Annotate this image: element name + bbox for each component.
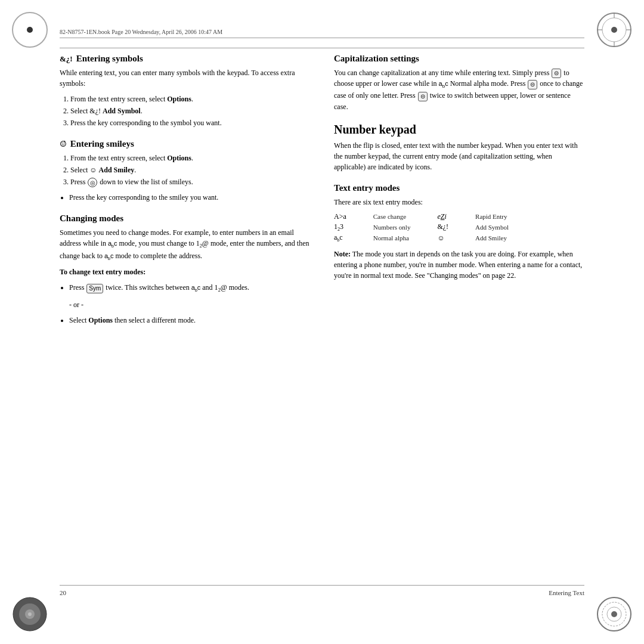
mode-symbol-5: &¿!: [437, 222, 470, 231]
section-number-keypad: Number keypad When the flip is closed, e…: [334, 123, 584, 172]
symbols-intro: While entering text, you can enter many …: [60, 67, 310, 89]
main-content: &¿! Entering symbols While entering text…: [60, 48, 584, 578]
svg-point-14: [611, 611, 617, 617]
cap-key-icon-2: ⊝: [528, 80, 537, 89]
capitalization-text: You can change capitalization at any tim…: [334, 67, 584, 112]
note-label: Note:: [334, 250, 351, 258]
cap-key-icon-3: ⊝: [418, 92, 428, 101]
corner-decoration-bl: [12, 596, 48, 632]
smileys-icon: ☺̇: [60, 140, 67, 149]
change-modes-bullet-1: Press Sym twice. This switches between a…: [69, 282, 310, 294]
smileys-step-1: From the text entry screen, select Optio…: [70, 153, 310, 163]
smileys-step-2: Select ☺ Add Smiley.: [70, 165, 310, 175]
change-modes-bullets-2: Select Options then select a different m…: [60, 315, 310, 326]
svg-point-2: [611, 27, 617, 33]
change-modes-bullets: Press Sym twice. This switches between a…: [60, 282, 310, 294]
header-text: 82-N8757-1EN.book Page 20 Wednesday, Apr…: [60, 29, 222, 35]
section-title-changing-modes: Changing modes: [60, 213, 310, 224]
sym-key-icon: Sym: [86, 284, 103, 293]
left-column: &¿! Entering symbols While entering text…: [60, 48, 310, 578]
mode-symbol-3: abc: [334, 233, 369, 243]
page-footer: 20 Entering Text: [60, 585, 584, 596]
section-title-capitalization: Capitalization settings: [334, 54, 584, 64]
mode-label-5: Add Symbol: [475, 224, 531, 231]
note-text: Note: The mode you start in depends on t…: [334, 249, 584, 281]
section-entering-smileys: ☺̇ Entering smileys From the text entry …: [60, 139, 310, 203]
footer-page-number: 20: [60, 589, 66, 596]
smileys-step-3: Press ◎ down to view the list of smileys…: [70, 177, 310, 187]
text-entry-modes-intro: There are six text entry modes:: [334, 197, 584, 208]
top-divider: [60, 48, 584, 48]
section-title-smileys: ☺̇ Entering smileys: [60, 139, 310, 149]
mode-symbol-1: A>a: [334, 212, 369, 221]
section-capitalization: Capitalization settings You can change c…: [334, 54, 584, 112]
change-modes-bullet-2: Select Options then select a different m…: [69, 315, 310, 326]
change-modes-bold-label: To change text entry modes:: [60, 267, 310, 277]
footer-section-title: Entering Text: [549, 589, 584, 596]
nav-circle-icon: ◎: [88, 178, 97, 187]
page-header: 82-N8757-1EN.book Page 20 Wednesday, Apr…: [60, 29, 584, 38]
mode-symbol-4: eZi: [437, 212, 470, 221]
section-title-number-keypad: Number keypad: [334, 123, 584, 137]
mode-label-1: Case change: [373, 213, 433, 220]
mode-label-6: Add Smiley: [475, 234, 531, 242]
cap-key-icon-1: ⊝: [552, 69, 561, 78]
section-changing-modes: Changing modes Sometimes you need to cha…: [60, 213, 310, 325]
symbols-step-3: Press the key corresponding to the symbo…: [70, 117, 310, 128]
corner-decoration-br: [596, 596, 632, 632]
svg-point-10: [28, 612, 32, 616]
section-text-entry-modes: Text entry modes There are six text entr…: [334, 183, 584, 281]
right-column: Capitalization settings You can change c…: [334, 48, 584, 578]
mode-label-4: Rapid Entry: [475, 213, 531, 220]
symbols-steps: From the text entry screen, select Optio…: [60, 94, 310, 128]
mode-symbol-2: 123: [334, 222, 369, 232]
symbols-title: Entering symbols: [76, 54, 143, 64]
smileys-bullet-1: Press the key corresponding to the smile…: [69, 192, 310, 203]
symbols-step-2: Select &¿! Add Symbol.: [70, 106, 310, 116]
smileys-steps: From the text entry screen, select Optio…: [60, 153, 310, 187]
mode-label-2: Numbers only: [373, 224, 433, 231]
changing-modes-intro: Sometimes you need to change modes. For …: [60, 227, 310, 262]
modes-table: A>a Case change eZi Rapid Entry 123 Numb…: [334, 212, 584, 243]
smileys-bullets: Press the key corresponding to the smile…: [60, 192, 310, 203]
mode-label-3: Normal alpha: [373, 234, 433, 242]
or-text: - or -: [69, 299, 310, 310]
corner-decoration-tr: [596, 12, 632, 48]
symbols-step-1: From the text entry screen, select Optio…: [70, 94, 310, 104]
section-entering-symbols: &¿! Entering symbols While entering text…: [60, 54, 310, 128]
number-keypad-text: When the flip is closed, enter text with…: [334, 140, 584, 172]
mode-symbol-6: ☺: [437, 234, 470, 243]
section-title-symbols: &¿! Entering symbols: [60, 54, 310, 64]
symbols-icon: &¿!: [60, 54, 73, 64]
smileys-title: Entering smileys: [70, 139, 134, 149]
corner-decoration-tl: [12, 12, 48, 48]
section-title-text-entry-modes: Text entry modes: [334, 183, 584, 193]
